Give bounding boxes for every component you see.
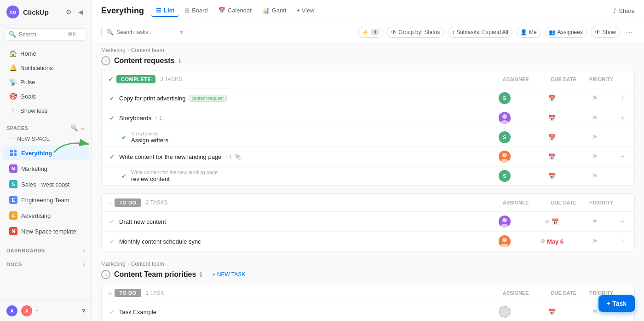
- sales-west-avatar: S: [9, 180, 17, 188]
- docs-section[interactable]: DOCS ›: [0, 257, 92, 271]
- group-complete-header: ✔ COMPLETE 3 TASKS ASSIGNEE DUE DATE PRI…: [102, 70, 634, 88]
- group-complete-toggle[interactable]: ✔ COMPLETE: [108, 75, 155, 83]
- help-icon[interactable]: ?: [82, 308, 85, 315]
- subtasks-chip[interactable]: ↕ Subtasks: Expand All: [448, 27, 512, 38]
- breadcrumb-sep-2: ›: [127, 261, 129, 267]
- task-check-icon[interactable]: ✔: [108, 308, 115, 315]
- sidebar-item-goals-label: Goals: [20, 93, 36, 100]
- task-add-icon[interactable]: +: [620, 237, 624, 245]
- assignees-icon: 👥: [549, 29, 556, 35]
- dashboards-section[interactable]: DASHBOARDS ›: [0, 244, 92, 257]
- me-chip[interactable]: 👤 Me: [516, 27, 541, 38]
- priority-flag-icon: ⚑: [592, 153, 598, 160]
- subtask-avatar[interactable]: S: [499, 131, 511, 143]
- toolbar-more-button[interactable]: ⋯: [624, 26, 635, 38]
- task-check-icon[interactable]: ✔: [108, 218, 115, 225]
- group-complete: ✔ COMPLETE 3 TASKS ASSIGNEE DUE DATE PRI…: [101, 70, 635, 186]
- tab-list[interactable]: ☰ List: [151, 5, 179, 17]
- search-dropdown-icon[interactable]: ▼: [179, 29, 184, 35]
- sidebar-search[interactable]: 🔍 ⌘K: [5, 28, 87, 41]
- subtask-check-icon[interactable]: ✔: [120, 134, 127, 141]
- sidebar-item-advertising[interactable]: A Advertising: [3, 208, 89, 223]
- sidebar-search-input[interactable]: [19, 31, 65, 38]
- task-assignee-area: S: [482, 92, 528, 104]
- task-avatar[interactable]: [499, 216, 511, 228]
- toolbar-right: ⚡ 4 👁 Group by: Status ↕ Subtasks: Expan…: [358, 26, 635, 38]
- user-avatar-1[interactable]: A: [6, 305, 17, 316]
- task-search-input[interactable]: [116, 29, 176, 35]
- task-check-icon[interactable]: ✔: [108, 94, 115, 102]
- tab-calendar[interactable]: 📅 Calendar: [213, 5, 257, 17]
- task-avatar[interactable]: [499, 151, 511, 163]
- task-add-icon[interactable]: +: [620, 217, 624, 226]
- todo-task-count-2: 1 TASK: [146, 290, 164, 296]
- group-todo-2-toggle[interactable]: ○ TO DO: [108, 289, 141, 297]
- sidebar-item-marketing[interactable]: M Marketing: [3, 161, 89, 176]
- add-task-fab[interactable]: + Task: [598, 295, 635, 312]
- svg-rect-2: [10, 150, 13, 152]
- subtask-assignee-area: S: [482, 170, 528, 182]
- sidebar-item-everything[interactable]: Everything: [3, 146, 89, 160]
- task-avatar[interactable]: S: [499, 92, 511, 104]
- task-add-icon[interactable]: +: [620, 114, 624, 122]
- list1-title: ○ Content requests ℹ: [101, 56, 635, 65]
- share-button[interactable]: ⤴ Share: [613, 7, 635, 14]
- task-priority-area: ⚑: [576, 153, 613, 160]
- list1-title-text: Content requests: [114, 57, 175, 65]
- sidebar-item-goals[interactable]: 🎯 Goals: [3, 89, 89, 103]
- spaces-expand-icon[interactable]: ⌄: [80, 124, 86, 131]
- task-avatar-empty[interactable]: [499, 306, 511, 318]
- subtask-check-icon[interactable]: ✔: [120, 172, 127, 180]
- tab-gantt[interactable]: 📊 Gantt: [258, 5, 291, 17]
- complete-check-icon: ✔: [108, 76, 114, 83]
- new-space-plus-icon: +: [6, 136, 10, 142]
- filter-chip[interactable]: ⚡ 4: [358, 27, 383, 38]
- task-add-icon[interactable]: +: [620, 94, 624, 102]
- task-priority-area: ⚑: [576, 114, 613, 122]
- subtask-avatar[interactable]: S: [499, 170, 511, 182]
- search-icon: 🔍: [9, 31, 16, 38]
- task-add-area: +: [617, 114, 628, 122]
- home-icon: 🏠: [9, 50, 17, 57]
- show-chip[interactable]: 👁 Show: [591, 27, 620, 38]
- sidebar-item-new-space-template[interactable]: N New Space template: [3, 224, 89, 239]
- settings-icon[interactable]: ⚙: [64, 7, 73, 17]
- sidebar-item-sales-west[interactable]: S Sales - west coast: [3, 177, 89, 192]
- collapse-sidebar-icon[interactable]: ◀: [76, 7, 85, 17]
- priority-flag-icon: ⚑: [592, 114, 598, 122]
- col-header-priority-todo: PRIORITY: [589, 200, 613, 205]
- search-box[interactable]: 🔍 ▼: [101, 26, 193, 38]
- engineering-avatar: E: [9, 196, 17, 204]
- sidebar-item-notifications[interactable]: 🔔 Notifications: [3, 61, 89, 75]
- due-action-icon: ⟳: [545, 218, 550, 225]
- task-assignee-area: [482, 306, 528, 318]
- sidebar-item-everything-label: Everything: [21, 150, 52, 157]
- sidebar-item-show-less[interactable]: ↑ Show less: [3, 104, 89, 117]
- sidebar-item-home[interactable]: 🏠 Home: [3, 47, 89, 60]
- todo-status-badge: TO DO: [115, 198, 141, 207]
- assignees-chip[interactable]: 👥 Assignees: [545, 27, 587, 38]
- task-add-icon[interactable]: +: [620, 152, 624, 161]
- spaces-search-icon[interactable]: 🔍: [70, 124, 78, 131]
- header-right: ⤴ Share: [613, 7, 635, 14]
- new-task-button[interactable]: + NEW TASK: [209, 270, 248, 279]
- subtasks-label: Subtasks: Expand All: [456, 29, 508, 35]
- task-check-icon[interactable]: ✔: [108, 153, 115, 160]
- user-avatar-2[interactable]: A: [21, 305, 32, 316]
- sidebar-item-pulse[interactable]: 📡 Pulse: [3, 75, 89, 89]
- tab-board[interactable]: ⊞ Board: [180, 5, 213, 17]
- share-icon: ⤴: [613, 7, 616, 14]
- tab-add-view[interactable]: + View: [292, 5, 319, 17]
- task-avatar[interactable]: [499, 112, 511, 124]
- sidebar-item-engineering[interactable]: E Engineering Team: [3, 193, 89, 207]
- svg-text:CU: CU: [10, 10, 16, 15]
- task-check-icon[interactable]: ✔: [108, 238, 115, 245]
- complete-status-badge: COMPLETE: [116, 75, 155, 83]
- group-by-chip[interactable]: 👁 Group by: Status: [387, 27, 444, 38]
- new-space-button[interactable]: + + NEW SPACE: [0, 133, 92, 145]
- bell-icon: 🔔: [9, 64, 17, 71]
- task-avatar[interactable]: [499, 235, 511, 247]
- task-check-icon[interactable]: ✔: [108, 114, 115, 122]
- group-todo-toggle[interactable]: ○ TO DO: [108, 198, 141, 207]
- task-priority-area: ⚑: [576, 94, 613, 102]
